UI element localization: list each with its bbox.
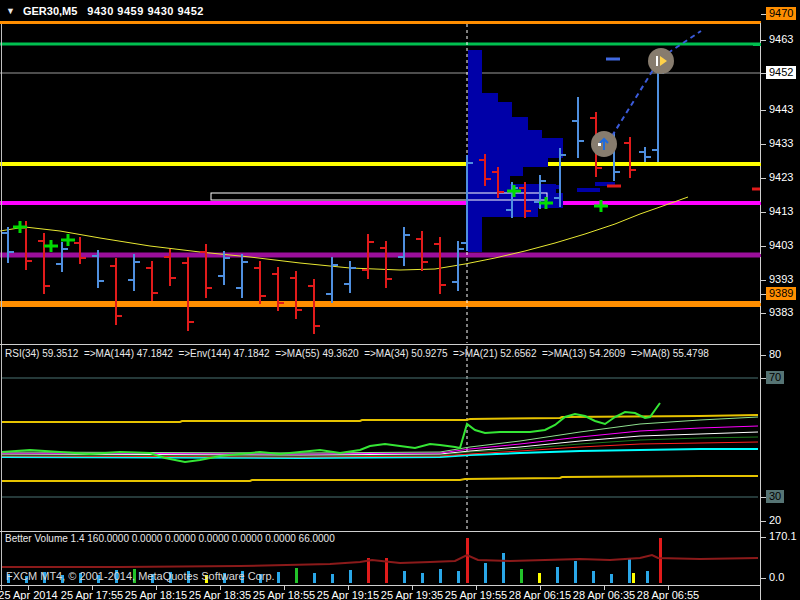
axis-label: 9423 — [769, 171, 793, 184]
level-line-axis-tick — [753, 163, 761, 166]
left-border — [1, 24, 2, 590]
price-badge: 9389 — [766, 287, 796, 300]
time-axis[interactable]: 25 Apr 201425 Apr 17:5525 Apr 18:1525 Ap… — [0, 585, 761, 600]
chart-canvas[interactable] — [0, 0, 800, 600]
axis-tick — [761, 578, 766, 579]
price-badge: 30 — [766, 490, 784, 503]
axis-tick — [761, 537, 766, 538]
time-label: 25 Apr 2014 — [0, 589, 58, 600]
axis-tick — [761, 521, 766, 522]
trade-exit-marker[interactable] — [648, 48, 674, 74]
time-label: 28 Apr 06:35 — [573, 589, 635, 600]
time-label: 25 Apr 18:55 — [253, 589, 315, 600]
axis-label: 9443 — [769, 103, 793, 116]
time-label: 25 Apr 19:15 — [317, 589, 379, 600]
rsi-panel-lines — [2, 378, 758, 497]
volume-indicator-label: Better Volume 1.4 160.0000 0.0000 0.0000… — [5, 533, 335, 544]
axis-label: 9413 — [769, 205, 793, 218]
volume-panel-separator[interactable] — [0, 531, 760, 532]
axis-tick — [761, 178, 766, 179]
level-line-axis-tick — [753, 202, 761, 205]
volume-ma-line — [2, 555, 758, 567]
axis-label: 9403 — [769, 239, 793, 252]
axis-label: 9433 — [769, 137, 793, 150]
chart-menu-icon[interactable]: ▼ — [6, 6, 15, 16]
axis-label: 9393 — [769, 273, 793, 286]
axis-label: 170.1 — [769, 530, 797, 543]
axis-tick — [761, 246, 766, 247]
mt4-chart-window: ▼ GER30,M5 9430 9459 9430 9452 RSI(34) 5… — [0, 0, 800, 600]
titlebar-underline — [0, 21, 761, 24]
time-label: 25 Apr 18:35 — [189, 589, 251, 600]
time-label: 25 Apr 19:35 — [381, 589, 443, 600]
axis-tick — [761, 355, 766, 356]
rsi-panel-separator[interactable] — [0, 344, 760, 345]
price-axis[interactable]: 9470946394529443943394239413940393939389… — [761, 0, 800, 600]
axis-tick — [761, 144, 766, 145]
time-label: 25 Apr 19:55 — [445, 589, 507, 600]
axis-label: 9383 — [769, 306, 793, 319]
volume-profile — [468, 50, 615, 252]
axis-tick — [761, 40, 766, 41]
axis-tick — [761, 280, 766, 281]
price-ma-line — [0, 197, 688, 270]
ohlc-quote-label: 9430 9459 9430 9452 — [87, 5, 204, 17]
axis-tick — [761, 110, 766, 111]
axis-tick — [761, 212, 766, 213]
axis-label: 80 — [769, 348, 781, 361]
axis-label: 9463 — [769, 33, 793, 46]
price-badge: 70 — [766, 371, 784, 384]
axis-label: 20 — [769, 514, 781, 527]
axis-label: 0.0 — [769, 571, 784, 584]
axis-tick — [761, 313, 766, 314]
level-line-axis-tick — [753, 303, 761, 306]
time-label: 28 Apr 06:15 — [509, 589, 571, 600]
symbol-period-label: GER30,M5 — [23, 5, 77, 17]
level-line-axis-tick — [753, 43, 761, 46]
platform-watermark: FXCM MT4, © 2001-2014, MetaQuotes Softwa… — [6, 570, 275, 582]
time-label: 25 Apr 17:55 — [61, 589, 123, 600]
trade-connector-line — [612, 31, 701, 136]
time-axis-line — [0, 585, 761, 586]
price-badge: 9452 — [766, 66, 796, 79]
level-line-axis-tick — [753, 254, 761, 257]
price-badge: 9470 — [766, 7, 796, 20]
trade-entry-marker[interactable] — [591, 131, 617, 157]
time-label: 28 Apr 06:55 — [637, 589, 699, 600]
time-label: 25 Apr 18:15 — [125, 589, 187, 600]
chart-titlebar: ▼ GER30,M5 9430 9459 9430 9452 — [0, 0, 760, 21]
rsi-indicator-label: RSI(34) 59.3512 =>MA(144) 47.1842 =>Env(… — [5, 348, 709, 359]
